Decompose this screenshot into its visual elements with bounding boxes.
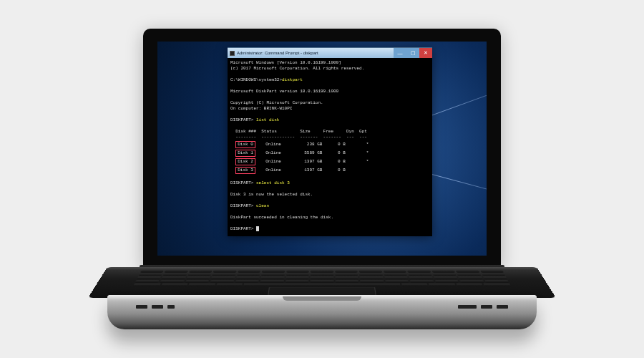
port-icon: [152, 305, 163, 309]
banner-line: Microsoft Windows [Version 10.0.16199.10…: [230, 60, 341, 65]
output-line: DiskPart succeeded in cleaning the disk.: [230, 215, 333, 220]
command-prompt-window: Administrator: Command Prompt - diskpart…: [228, 47, 432, 236]
port-icon: [497, 305, 508, 309]
diskpart-prompt: DISKPART>: [230, 117, 253, 122]
diskpart-version: Microsoft DiskPart version 10.0.16199.10…: [230, 89, 338, 94]
prompt-path: C:\WINDOWS\system32>: [230, 77, 282, 82]
table-divider: -------- ------------- ------- ------- -…: [230, 135, 367, 140]
disk-row-highlighted: Disk 2: [235, 158, 255, 165]
diskpart-computer: On computer: BRINK-W10PC: [230, 106, 292, 111]
close-button[interactable]: ✕: [419, 48, 432, 58]
diskpart-prompt: DISKPART>: [230, 180, 253, 185]
keyboard[interactable]: [133, 270, 511, 286]
minimize-button[interactable]: —: [394, 48, 406, 58]
diskpart-prompt: DISKPART>: [230, 203, 253, 208]
typed-command: diskpart: [282, 77, 303, 82]
disk-row-highlighted: Disk 0: [235, 141, 255, 148]
laptop: Administrator: Command Prompt - diskpart…: [107, 29, 537, 329]
diskpart-copyright: Copyright (C) Microsoft Corporation.: [230, 100, 323, 105]
diskpart-prompt: DISKPART>: [230, 226, 253, 231]
disk-row-rest: Online 238 GB 0 B *: [255, 142, 369, 147]
maximize-button[interactable]: ▢: [406, 48, 419, 58]
output-line: Disk 3 is now the selected disk.: [230, 192, 313, 197]
trackpad[interactable]: [268, 287, 376, 296]
banner-line: (c) 2017 Microsoft Corporation. All righ…: [230, 66, 364, 71]
terminal-output[interactable]: Microsoft Windows [Version 10.0.16199.10…: [228, 58, 432, 236]
table-header: Disk ### Status Size Free Dyn Gpt: [230, 129, 367, 134]
laptop-lid: Administrator: Command Prompt - diskpart…: [143, 29, 501, 268]
disk-row-rest: Online 5589 GB 0 B *: [255, 150, 369, 155]
disk-row-highlighted: Disk 1: [235, 150, 255, 157]
laptop-keyboard-deck: [88, 267, 556, 298]
port-icon: [458, 305, 477, 309]
typed-command: clean: [256, 203, 269, 208]
typed-command: list disk: [256, 117, 279, 122]
typed-command: select disk 3: [256, 180, 290, 185]
disk-row-rest: Online 1397 GB 0 B *: [255, 159, 369, 164]
port-icon: [136, 305, 147, 309]
port-icon: [481, 305, 492, 309]
desktop-screen: Administrator: Command Prompt - diskpart…: [157, 42, 487, 256]
disk-row-rest: Online 1397 GB 0 B: [255, 168, 346, 173]
window-titlebar[interactable]: Administrator: Command Prompt - diskpart…: [228, 48, 432, 58]
window-controls: — ▢ ✕: [394, 48, 432, 58]
cursor: [256, 226, 259, 231]
cmd-icon: [230, 51, 235, 56]
disk-row-highlighted: Disk 3: [235, 167, 255, 174]
laptop-front-edge: [107, 295, 537, 329]
window-title: Administrator: Command Prompt - diskpart: [237, 51, 318, 55]
port-icon: [167, 305, 175, 309]
